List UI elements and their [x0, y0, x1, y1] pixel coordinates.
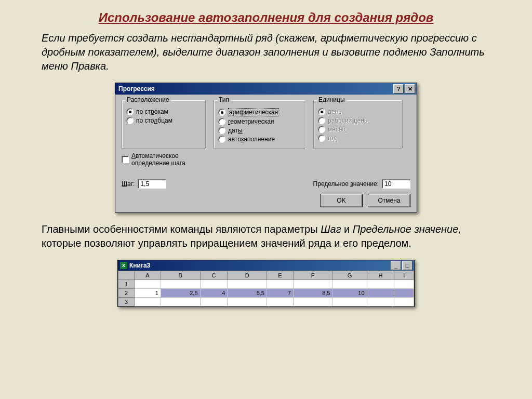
- under-text: Главными особенностями команды являются …: [42, 222, 490, 250]
- cell-H2[interactable]: [367, 289, 394, 298]
- limit-input[interactable]: [382, 179, 410, 189]
- group-type: Тип арифметическая геометрическая даты а…: [214, 100, 306, 149]
- group-units: Единицы день рабочий день месяц год: [313, 100, 403, 149]
- radio-workday: [318, 117, 325, 124]
- excel-icon: X: [120, 262, 127, 269]
- rowhead-1[interactable]: 1: [118, 280, 135, 289]
- spreadsheet-window: X Книга3 _ □ A B C D E F G H I 1 2: [117, 260, 415, 307]
- minimize-button[interactable]: _: [391, 261, 401, 270]
- radio-rows-label: по строкам: [136, 108, 168, 115]
- radio-month-label: месяц: [328, 126, 345, 133]
- close-button[interactable]: ✕: [405, 84, 415, 94]
- column-headers: A B C D E F G H I: [118, 271, 414, 280]
- radio-geom[interactable]: [218, 118, 225, 125]
- cell-G2[interactable]: 10: [332, 289, 367, 298]
- col-H[interactable]: H: [367, 271, 394, 280]
- help-button[interactable]: ?: [393, 84, 404, 94]
- ok-button[interactable]: OK: [320, 194, 363, 207]
- group-layout: Расположение по строкам по столбцам: [122, 100, 206, 149]
- col-F[interactable]: F: [293, 271, 332, 280]
- radio-month: [318, 126, 325, 133]
- radio-cols[interactable]: [126, 117, 134, 124]
- cell-B2[interactable]: 2,5: [161, 289, 200, 298]
- page-title: Использование автозаполнения для создани…: [42, 10, 490, 25]
- auto-step-checkbox[interactable]: [122, 156, 129, 163]
- radio-cols-label: по столбцам: [136, 117, 172, 124]
- intro-text: Если требуется создать нестандартный ряд…: [42, 31, 490, 73]
- dialog-titlebar[interactable]: Прогрессия ? ✕: [115, 83, 417, 95]
- limit-label: Предельное значение:: [313, 180, 379, 188]
- radio-year: [318, 135, 325, 142]
- radio-year-label: год: [328, 135, 337, 142]
- col-I[interactable]: I: [394, 271, 414, 280]
- row-3: 3: [118, 298, 414, 307]
- radio-auto[interactable]: [218, 136, 225, 143]
- step-input[interactable]: [138, 179, 166, 189]
- radio-day: [318, 108, 325, 115]
- spreadsheet-grid[interactable]: A B C D E F G H I 1 2 1 2,5 4 5,5 7: [118, 271, 414, 307]
- step-label: Шаг:: [122, 180, 135, 188]
- rowhead-3[interactable]: 3: [118, 298, 135, 307]
- radio-arith-label: арифметическая: [228, 108, 279, 116]
- col-A[interactable]: A: [135, 271, 161, 280]
- cell-A2[interactable]: 1: [135, 289, 161, 298]
- radio-dates-label: даты: [228, 127, 243, 134]
- row-1: 1: [118, 280, 414, 289]
- col-B[interactable]: B: [161, 271, 200, 280]
- cell-F2[interactable]: 8,5: [293, 289, 332, 298]
- col-G[interactable]: G: [332, 271, 367, 280]
- radio-day-label: день: [328, 108, 342, 115]
- cell-E2[interactable]: 7: [267, 289, 293, 298]
- cell-I2[interactable]: [394, 289, 414, 298]
- auto-step-label: Автоматическоеопределение шага: [131, 152, 185, 167]
- radio-arith[interactable]: [218, 109, 225, 116]
- select-all[interactable]: [118, 271, 135, 280]
- radio-rows[interactable]: [126, 108, 134, 115]
- radio-dates[interactable]: [218, 127, 225, 134]
- radio-geom-label: геометрическая: [228, 118, 274, 125]
- cell-C2[interactable]: 4: [200, 289, 228, 298]
- radio-auto-label: автозаполнение: [228, 136, 275, 143]
- sheet-titlebar[interactable]: X Книга3 _ □: [118, 260, 414, 271]
- radio-workday-label: рабочий день: [328, 117, 367, 124]
- cancel-button[interactable]: Отмена: [368, 194, 410, 207]
- dialog-title: Прогрессия: [118, 85, 392, 92]
- row-2: 2 1 2,5 4 5,5 7 8,5 10: [118, 289, 414, 298]
- col-C[interactable]: C: [200, 271, 228, 280]
- group-units-legend: Единицы: [317, 96, 347, 103]
- group-layout-legend: Расположение: [125, 96, 171, 103]
- sheet-title: Книга3: [129, 262, 390, 269]
- progression-dialog: Прогрессия ? ✕ Расположение по строкам п…: [115, 83, 417, 213]
- col-E[interactable]: E: [267, 271, 293, 280]
- maximize-button[interactable]: □: [402, 261, 413, 270]
- group-type-legend: Тип: [217, 96, 231, 103]
- rowhead-2[interactable]: 2: [118, 289, 135, 298]
- col-D[interactable]: D: [228, 271, 267, 280]
- cell-D2[interactable]: 5,5: [228, 289, 267, 298]
